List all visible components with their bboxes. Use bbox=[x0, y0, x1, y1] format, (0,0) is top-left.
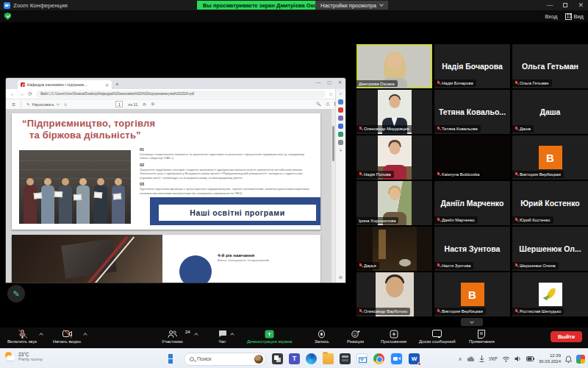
participant-tile[interactable]: Шершенюк Ол... Шершенюк Олена bbox=[512, 227, 588, 271]
edge-sidebar: ⌕ + ⚙ bbox=[335, 89, 345, 283]
close-button[interactable]: ✕ bbox=[578, 2, 584, 9]
volume-icon[interactable] bbox=[514, 355, 522, 362]
maximize-button[interactable] bbox=[563, 3, 567, 7]
edge-icon[interactable] bbox=[306, 353, 317, 364]
participant-tile[interactable]: Тетяна Ковальо... Тетяна Ковальова bbox=[434, 90, 510, 134]
new-tab-button[interactable]: + bbox=[115, 81, 119, 88]
widgets-icon[interactable] bbox=[576, 355, 585, 364]
browser-maximize-button[interactable]: ▢ bbox=[327, 79, 331, 85]
eraser-icon[interactable]: ◊ bbox=[65, 102, 67, 107]
sidebar-search-icon[interactable]: ⌕ bbox=[340, 91, 342, 96]
participant-tile[interactable]: Дарья bbox=[356, 227, 432, 271]
tab-close-icon[interactable]: ✕ bbox=[105, 82, 109, 88]
meeting-toolbar: Включить звук Начать видео 24 Участники … bbox=[0, 328, 588, 348]
chevron-down-icon bbox=[470, 319, 474, 324]
chat-button[interactable]: Чат bbox=[218, 329, 227, 344]
whiteboards-button[interactable]: Доски сообщений bbox=[419, 329, 456, 344]
start-video-button[interactable]: Начать видео bbox=[53, 329, 81, 344]
sidebar-add-icon[interactable]: + bbox=[339, 148, 342, 153]
pdf-menu-icon[interactable]: ☰ bbox=[12, 102, 15, 107]
sidebar-games-icon[interactable] bbox=[338, 132, 343, 137]
bell-icon[interactable] bbox=[565, 355, 572, 363]
browser-minimize-button[interactable]: — bbox=[316, 80, 320, 85]
annotate-button[interactable]: ✎ bbox=[7, 285, 25, 302]
sidebar-outlook-icon[interactable] bbox=[338, 124, 343, 129]
sidebar-wikipedia-icon[interactable] bbox=[338, 140, 343, 145]
participant-tile[interactable]: Ірина Хорошилова bbox=[356, 181, 432, 225]
participant-tile[interactable]: Kateryna Boldovska bbox=[434, 135, 510, 180]
browser-close-button[interactable]: ✕ bbox=[338, 79, 342, 85]
chrome-icon[interactable] bbox=[373, 353, 384, 364]
fit-page-icon[interactable]: ⧉ bbox=[151, 102, 154, 107]
hidden-icons-chevron[interactable]: ∧ bbox=[459, 356, 462, 362]
sidebar-settings-gear-icon[interactable]: ⚙ bbox=[339, 275, 343, 280]
apps-button[interactable]: Приложения bbox=[381, 329, 406, 344]
minimize-button[interactable]: — bbox=[546, 2, 553, 9]
url-field[interactable]: Файл | C:/Users/UserOksana/Desktop/Кафед… bbox=[36, 91, 326, 98]
view-settings-button[interactable]: Настройки просмотра bbox=[315, 1, 388, 10]
browser-tab[interactable]: Кафедра економіки і підприєм... ✕ bbox=[18, 80, 112, 89]
participant-tile[interactable]: Надія Попова bbox=[356, 135, 432, 180]
word-icon[interactable] bbox=[409, 353, 420, 364]
participant-tile[interactable]: Надія Бочарова Надія Бочарова bbox=[434, 44, 510, 88]
reactions-button[interactable]: Реакции bbox=[347, 329, 364, 344]
explorer-icon[interactable] bbox=[323, 353, 334, 364]
mic-off-icon bbox=[359, 309, 362, 314]
mail-icon[interactable] bbox=[356, 353, 368, 364]
chevron-icon bbox=[230, 333, 234, 337]
zoom-in-icon[interactable]: 🔍 bbox=[316, 102, 321, 107]
view-button[interactable]: Вид bbox=[566, 13, 584, 20]
refresh-icon[interactable]: ⟳ bbox=[28, 91, 32, 97]
download-arrow-icon[interactable] bbox=[479, 355, 484, 362]
teams-icon[interactable] bbox=[289, 353, 300, 364]
zoom-taskbar-active[interactable] bbox=[390, 353, 403, 365]
grid-scroll-down-button[interactable] bbox=[461, 318, 483, 326]
participant-tile[interactable]: Даша Даша bbox=[512, 90, 588, 134]
participants-button[interactable]: 24 Участники bbox=[162, 329, 183, 344]
participant-tile[interactable]: Даніїл Марченко Даніїл Марченко bbox=[434, 181, 510, 225]
share-screen-button[interactable]: Демонстрация экрана bbox=[247, 329, 292, 344]
mic-off-icon bbox=[514, 172, 518, 177]
sidebar-youtube-icon[interactable] bbox=[338, 107, 343, 113]
participant-tile[interactable]: B Виктория Вербицкая bbox=[434, 272, 510, 316]
meeting-header-bar: Вход Вид bbox=[0, 10, 588, 22]
participant-tile[interactable]: Настя Зунтова Настя Зунтова bbox=[434, 227, 510, 271]
rotate-icon[interactable]: ⟳ bbox=[143, 102, 146, 107]
participant-tile[interactable]: B Виктория Вербицкая bbox=[512, 135, 588, 180]
back-icon[interactable]: ← bbox=[10, 91, 15, 96]
wifi-icon[interactable] bbox=[502, 356, 510, 362]
participant-tile[interactable]: Олександр Мордовцев bbox=[356, 90, 432, 134]
security-shield-icon[interactable] bbox=[4, 13, 11, 20]
forward-icon[interactable]: → bbox=[19, 91, 24, 96]
participant-tile[interactable]: Олександр Барботько bbox=[356, 272, 432, 316]
slide-page-2: 4-й рік навчання Бізнес-планування, Інте… bbox=[12, 235, 320, 283]
participant-tile[interactable]: Дмитрієва Оксана bbox=[356, 44, 432, 88]
share-screen-icon bbox=[265, 329, 274, 339]
pdf-draw-tool[interactable]: ✎ Нарисовать bbox=[26, 102, 60, 107]
battery-icon[interactable] bbox=[526, 356, 534, 361]
print-icon[interactable]: ⎙ bbox=[326, 102, 329, 107]
unmute-button[interactable]: Включить звук bbox=[7, 329, 37, 344]
task-view-icon[interactable] bbox=[272, 353, 283, 364]
participant-tile[interactable]: Ростислав Шелудько bbox=[512, 272, 588, 316]
record-button[interactable]: Запись bbox=[315, 329, 329, 344]
favorite-star-icon[interactable]: ☆ bbox=[329, 91, 333, 96]
calculator-icon[interactable] bbox=[340, 353, 351, 364]
taskbar-clock[interactable]: 12:39 30.03.2024 bbox=[539, 353, 561, 365]
participant-tile[interactable]: Юрий Костенко Юрий Костенко bbox=[512, 181, 588, 225]
search-icon bbox=[190, 357, 194, 361]
taskbar-weather-widget[interactable]: 23°C Partly sunny bbox=[4, 351, 43, 362]
page-number-field[interactable]: 1 bbox=[115, 101, 123, 107]
taskbar-search-box[interactable]: Поиск bbox=[184, 353, 266, 366]
signin-button[interactable]: Вход bbox=[545, 13, 557, 20]
zoom-meeting-window: Zoom Конференция Вы просматриваете экран… bbox=[0, 0, 588, 368]
sidebar-people-icon[interactable] bbox=[338, 116, 343, 121]
language-indicator[interactable]: УКР bbox=[489, 356, 498, 361]
chevron-icon bbox=[39, 333, 43, 337]
windows-start-icon[interactable] bbox=[168, 354, 178, 364]
notes-button[interactable]: Примечания bbox=[469, 329, 495, 344]
sidebar-copilot-icon[interactable] bbox=[338, 99, 343, 105]
participant-tile[interactable]: Ольга Гетьман Ольга Гетьман bbox=[512, 44, 588, 88]
leave-button[interactable]: Выйти bbox=[551, 331, 582, 342]
onedrive-cloud-icon[interactable] bbox=[467, 356, 475, 362]
